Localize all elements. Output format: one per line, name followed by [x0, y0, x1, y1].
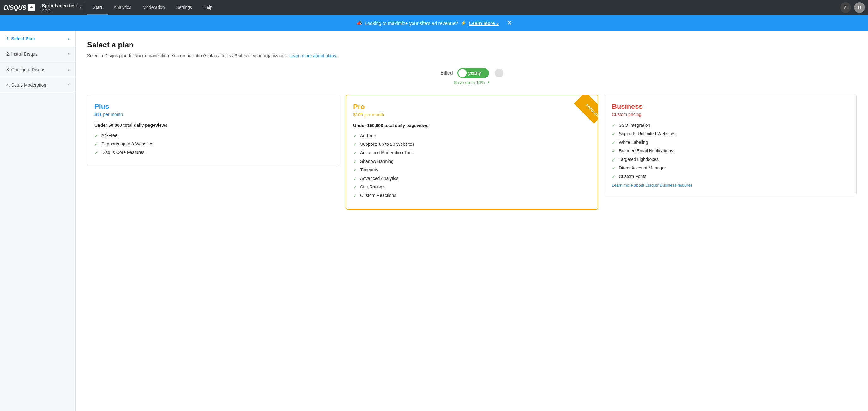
- plan-feature: ✓ Timeouts: [353, 167, 591, 173]
- site-count: 2 total: [42, 8, 77, 12]
- plan-feature: ✓ Supports up to 3 Websites: [94, 141, 332, 147]
- plan-feature: ✓ Ad-Free: [94, 133, 332, 138]
- plan-feature: ✓ Disqus Core Features: [94, 150, 332, 155]
- check-icon: ✓: [612, 157, 616, 162]
- site-selector[interactable]: Sproutvideo-test 2 total ▼: [39, 1, 86, 14]
- plan-feature: ✓ Ad-Free: [353, 133, 591, 139]
- sidebar-item-select-plan[interactable]: 1. Select Plan ›: [0, 31, 75, 47]
- tab-moderation[interactable]: Moderation: [137, 0, 170, 15]
- tab-start[interactable]: Start: [87, 0, 108, 15]
- page-title: Select a plan: [87, 40, 857, 49]
- check-icon: ✓: [353, 159, 357, 164]
- check-icon: ✓: [353, 176, 357, 181]
- plan-feature: ✓ Branded Email Notifications: [612, 148, 849, 154]
- plan-card-pro: POPULAR Pro $105 per month Under 150,000…: [346, 94, 598, 210]
- check-icon: ✓: [94, 142, 98, 147]
- sidebar-item-configure-disqus[interactable]: 3. Configure Disqus ›: [0, 62, 75, 78]
- sidebar-item-setup-moderation[interactable]: 4. Setup Moderation ›: [0, 78, 75, 93]
- toggle-circle: [495, 68, 503, 78]
- check-icon: ✓: [612, 140, 616, 145]
- plan-feature: ✓ Shadow Banning: [353, 159, 591, 164]
- plan-price-business: Custom pricing: [612, 112, 849, 117]
- promo-banner: 📣 Looking to maximize your site's ad rev…: [0, 15, 868, 31]
- check-icon: ✓: [612, 166, 616, 171]
- plan-feature: ✓ Advanced Analytics: [353, 176, 591, 181]
- check-icon: ✓: [353, 142, 357, 147]
- site-name: Sproutvideo-test: [42, 3, 77, 8]
- check-icon: ✓: [353, 185, 357, 190]
- chevron-right-icon: ›: [68, 83, 69, 87]
- learn-more-plans-link[interactable]: Learn more about plans.: [289, 53, 337, 58]
- chevron-right-icon: ›: [68, 36, 69, 41]
- plan-card-plus: Plus $11 per month Under 50,000 total da…: [87, 94, 339, 166]
- plan-feature: ✓ Star Ratings: [353, 184, 591, 190]
- main-layout: 1. Select Plan › 2. Install Disqus › 3. …: [0, 31, 868, 411]
- navbar: DISQUS ★ Sproutvideo-test 2 total ▼ Star…: [0, 0, 868, 15]
- toggle-label: yearly: [468, 70, 482, 76]
- plan-feature: ✓ Supports up to 20 Websites: [353, 142, 591, 147]
- nav-tabs: Start Analytics Moderation Settings Help: [87, 0, 218, 15]
- plan-price-pro: $105 per month: [353, 112, 591, 117]
- check-icon: ✓: [94, 150, 98, 155]
- plan-pageviews-pro: Under 150,000 total daily pageviews: [353, 123, 591, 128]
- plan-feature: ✓ White Labeling: [612, 140, 849, 145]
- chevron-down-icon: ▼: [79, 6, 83, 9]
- logo: DISQUS ★: [4, 4, 35, 11]
- navbar-right: ⊙ U: [840, 2, 868, 13]
- learn-more-link[interactable]: Learn more »: [469, 21, 499, 26]
- chevron-right-icon: ›: [68, 67, 69, 72]
- plan-feature: ✓ Custom Fonts: [612, 174, 849, 179]
- page-subtitle: Select a Disqus plan for your organizati…: [87, 53, 857, 59]
- check-icon: ✓: [612, 149, 616, 154]
- logo-text: DISQUS: [4, 4, 26, 11]
- main-content: Select a plan Select a Disqus plan for y…: [76, 31, 868, 411]
- check-icon: ✓: [612, 174, 616, 179]
- sidebar-label: 2. Install Disqus: [6, 52, 38, 57]
- sidebar-label: 4. Setup Moderation: [6, 83, 46, 88]
- search-button[interactable]: ⊙: [840, 2, 851, 13]
- lightning-icon: ⚡: [461, 20, 467, 26]
- megaphone-icon: 📣: [356, 20, 362, 26]
- avatar[interactable]: U: [854, 2, 865, 13]
- business-learn-more-link[interactable]: Learn more about Disqus' Business featur…: [612, 183, 692, 187]
- sidebar: 1. Select Plan › 2. Install Disqus › 3. …: [0, 31, 76, 411]
- plan-card-business: Business Custom pricing ✓ SSO Integratio…: [604, 94, 857, 195]
- plan-price-plus: $11 per month: [94, 112, 332, 117]
- plans-row: Plus $11 per month Under 50,000 total da…: [87, 94, 857, 210]
- tab-analytics[interactable]: Analytics: [108, 0, 137, 15]
- plan-feature: ✓ Targeted Lightboxes: [612, 157, 849, 162]
- check-icon: ✓: [612, 123, 616, 128]
- sidebar-label: 1. Select Plan: [6, 36, 35, 41]
- plan-pageviews-plus: Under 50,000 total daily pageviews: [94, 123, 332, 128]
- plan-feature: ✓ Advanced Moderation Tools: [353, 150, 591, 155]
- plan-feature: ✓ Direct Account Manager: [612, 165, 849, 171]
- tab-help[interactable]: Help: [198, 0, 218, 15]
- plan-feature: ✓ Supports Unlimited Websites: [612, 131, 849, 137]
- logo-star-icon: ★: [28, 4, 35, 11]
- check-icon: ✓: [612, 131, 616, 137]
- check-icon: ✓: [353, 168, 357, 173]
- plan-feature: ✓ Custom Reactions: [353, 193, 591, 198]
- billing-toggle[interactable]: yearly: [457, 68, 489, 78]
- close-button[interactable]: ✕: [507, 20, 512, 27]
- check-icon: ✓: [353, 134, 357, 139]
- plan-name-pro: Pro: [353, 103, 591, 111]
- check-icon: ✓: [353, 193, 357, 198]
- billing-label: Billed: [440, 70, 453, 76]
- plan-name-plus: Plus: [94, 102, 332, 111]
- sidebar-label: 3. Configure Disqus: [6, 67, 45, 72]
- chevron-right-icon: ›: [68, 52, 69, 56]
- check-icon: ✓: [353, 150, 357, 155]
- tab-settings[interactable]: Settings: [170, 0, 198, 15]
- save-text: Save up to 10% ↗: [87, 80, 857, 85]
- toggle-knob: [458, 69, 467, 77]
- banner-text: Looking to maximize your site's ad reven…: [365, 21, 458, 26]
- billing-toggle-row: Billed yearly: [87, 68, 857, 78]
- plan-feature: ✓ SSO Integration: [612, 123, 849, 128]
- sidebar-item-install-disqus[interactable]: 2. Install Disqus ›: [0, 47, 75, 62]
- check-icon: ✓: [94, 133, 98, 138]
- plan-name-business: Business: [612, 102, 849, 111]
